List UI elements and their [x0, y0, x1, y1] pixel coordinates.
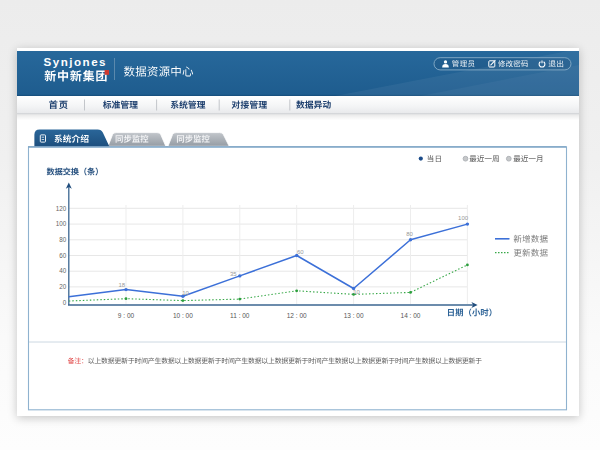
svg-text:10: 10: [182, 290, 189, 296]
svg-text:100: 100: [458, 215, 469, 221]
svg-text:10: 10: [353, 289, 360, 295]
svg-text:18: 18: [118, 282, 125, 288]
svg-text:35: 35: [230, 271, 237, 277]
svg-text:80: 80: [406, 231, 413, 237]
svg-text:60: 60: [59, 252, 67, 259]
svg-text:Synjones: Synjones: [44, 55, 108, 68]
svg-text:120: 120: [56, 205, 67, 212]
svg-text:13 : 00: 13 : 00: [344, 312, 364, 319]
svg-text:11 : 00: 11 : 00: [230, 312, 250, 319]
svg-text:10 : 00: 10 : 00: [173, 312, 193, 319]
svg-text:100: 100: [56, 220, 67, 227]
svg-text:0: 0: [63, 299, 67, 306]
svg-text:60: 60: [297, 249, 304, 255]
svg-text:40: 40: [59, 267, 67, 274]
svg-text:12 : 00: 12 : 00: [287, 312, 307, 319]
svg-text:80: 80: [59, 236, 67, 243]
svg-text:9 : 00: 9 : 00: [118, 312, 135, 319]
svg-text:20: 20: [59, 283, 67, 290]
svg-text:14 : 00: 14 : 00: [401, 312, 421, 319]
